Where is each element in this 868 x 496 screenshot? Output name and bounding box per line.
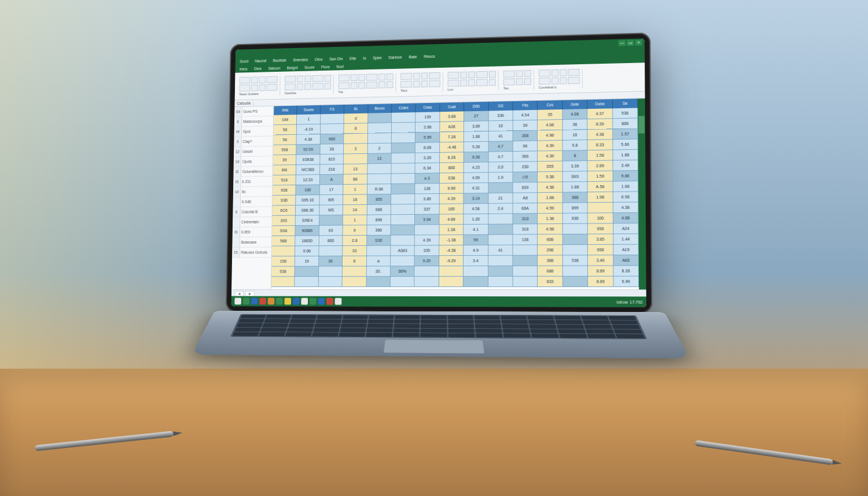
ribbon-button[interactable] xyxy=(304,75,311,82)
ribbon-button[interactable] xyxy=(460,71,467,78)
ribbon-button[interactable] xyxy=(239,84,250,91)
cell[interactable] xyxy=(488,214,513,225)
cell[interactable]: 4.08 xyxy=(562,109,587,120)
cell[interactable]: 9.90 xyxy=(440,183,464,194)
cell[interactable]: 21 xyxy=(488,193,513,204)
cell[interactable] xyxy=(391,277,415,287)
cell[interactable] xyxy=(391,153,415,164)
menu-item[interactable]: Sucd xyxy=(238,59,249,63)
cell[interactable] xyxy=(391,174,415,184)
cell[interactable]: MC380 xyxy=(296,165,320,175)
cell[interactable]: A.58 xyxy=(588,182,613,193)
cell[interactable]: I.I5 xyxy=(513,172,538,182)
sidebar-row[interactable]: 0.S4E xyxy=(233,197,272,207)
cell[interactable]: 960 xyxy=(320,134,344,144)
cell[interactable]: 41 xyxy=(488,131,513,142)
cell[interactable]: 9.25 xyxy=(415,256,439,266)
ribbon-button[interactable] xyxy=(516,78,523,85)
spreadsheet-grid[interactable]: INNSouesFS8cBeocsCotesCeasCuatD50GSFitsC… xyxy=(271,98,639,289)
cell[interactable]: 1.9 xyxy=(488,172,513,183)
cell[interactable]: 4.31 xyxy=(464,183,488,193)
cell[interactable]: S95.10 xyxy=(296,195,319,205)
ribbon-button[interactable] xyxy=(503,70,515,77)
column-header[interactable]: Cuat xyxy=(440,102,464,112)
menu-item[interactable]: Darince xyxy=(387,55,403,59)
cell[interactable]: 4.38 xyxy=(613,203,639,214)
cell[interactable]: 10 xyxy=(562,130,587,141)
cell[interactable]: S30 xyxy=(367,236,391,246)
cell[interactable] xyxy=(464,277,488,287)
cell[interactable] xyxy=(367,174,392,184)
cell[interactable]: 27 xyxy=(464,111,488,122)
column-header[interactable]: Ceas xyxy=(416,103,440,112)
sidebar-row[interactable]: Butwcave xyxy=(232,237,271,248)
cell[interactable]: 59 xyxy=(464,235,488,245)
cell[interactable]: -1.38 xyxy=(439,235,464,245)
cell[interactable]: 12.33 xyxy=(296,175,320,185)
cell[interactable]: 41 xyxy=(488,245,513,256)
column-header[interactable]: FS xyxy=(321,105,344,114)
cell[interactable]: 2.4 xyxy=(488,204,513,214)
cell[interactable]: 8 xyxy=(343,256,367,267)
cell[interactable]: 6I6 xyxy=(273,165,297,175)
cell[interactable] xyxy=(367,133,391,144)
cell[interactable] xyxy=(368,113,392,123)
cell[interactable]: 1.38 xyxy=(538,214,563,224)
cell[interactable] xyxy=(488,256,513,266)
cell[interactable]: 4.39 xyxy=(538,151,562,162)
sidebar-row[interactable]: IS0.859 xyxy=(233,227,272,237)
ribbon-button[interactable] xyxy=(476,79,488,86)
cell[interactable]: 898 xyxy=(367,215,391,225)
cell[interactable]: A60 xyxy=(613,255,639,266)
cell[interactable] xyxy=(513,277,538,287)
cell[interactable]: 558 xyxy=(273,145,297,155)
scrollbar-thumb[interactable] xyxy=(638,116,645,133)
cell[interactable]: 4.08 xyxy=(613,213,639,224)
cell[interactable]: -4.38 xyxy=(439,245,464,256)
cell[interactable]: 1.20 xyxy=(464,214,488,225)
cell[interactable] xyxy=(391,256,415,266)
cell[interactable]: -9.29 xyxy=(439,256,464,266)
cell[interactable] xyxy=(344,134,367,144)
cell[interactable] xyxy=(295,277,319,287)
cell[interactable]: 4.23 xyxy=(464,162,488,172)
cell[interactable]: 336 xyxy=(488,111,513,122)
cell[interactable]: 938 xyxy=(588,245,613,255)
cell[interactable]: 335 xyxy=(415,245,439,256)
ribbon-button[interactable] xyxy=(285,75,296,82)
cell[interactable] xyxy=(513,256,538,266)
task-icon[interactable] xyxy=(243,298,250,305)
cell[interactable]: 63 xyxy=(319,226,343,236)
cell[interactable]: 8.28 xyxy=(613,266,639,276)
cell[interactable] xyxy=(319,246,343,256)
ribbon-button[interactable] xyxy=(325,82,332,89)
menu-item[interactable]: Réocs xyxy=(422,54,436,58)
cell[interactable]: 1.88 xyxy=(464,131,488,142)
cell[interactable]: S6S xyxy=(563,171,588,182)
ribbon-button[interactable] xyxy=(421,72,428,79)
ribbon-button[interactable] xyxy=(251,76,258,83)
cell[interactable]: A24 xyxy=(613,223,639,234)
cell[interactable] xyxy=(588,203,613,214)
cell[interactable]: 4.38 xyxy=(297,134,321,145)
maximize-button[interactable]: ▭ xyxy=(627,40,634,46)
column-header[interactable]: Gete xyxy=(562,100,587,109)
cell[interactable]: 4.58 xyxy=(464,204,488,214)
ribbon-button[interactable] xyxy=(285,83,296,90)
cell[interactable] xyxy=(488,266,513,277)
cell[interactable]: 4.54 xyxy=(513,110,538,121)
cell[interactable]: 9.86 xyxy=(613,171,638,182)
ribbon-button[interactable] xyxy=(339,74,350,81)
cell[interactable] xyxy=(321,124,344,134)
sidebar-row[interactable]: S4Gons PS xyxy=(234,106,273,117)
cell[interactable]: 293 xyxy=(272,216,296,226)
cell[interactable]: 815 xyxy=(320,154,344,164)
cell[interactable]: 538 xyxy=(563,255,589,266)
ribbon-button[interactable] xyxy=(429,72,440,79)
menu-item[interactable]: Eite xyxy=(348,56,358,60)
sidebar-row[interactable]: 6Cotortat B xyxy=(233,207,272,217)
cell[interactable]: 9.08 xyxy=(295,246,319,256)
cell[interactable]: d xyxy=(344,113,368,124)
cell[interactable] xyxy=(368,123,392,133)
column-header[interactable]: Beocs xyxy=(368,104,392,113)
